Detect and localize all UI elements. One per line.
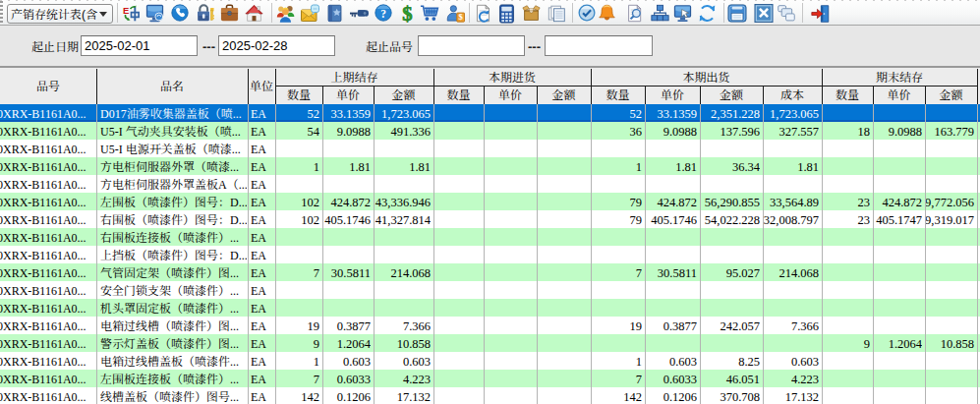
svg-text:$: $ [402,4,412,25]
svg-text:E: E [123,5,129,16]
svg-text:$: $ [459,12,464,22]
svg-text:?: ? [380,8,386,20]
